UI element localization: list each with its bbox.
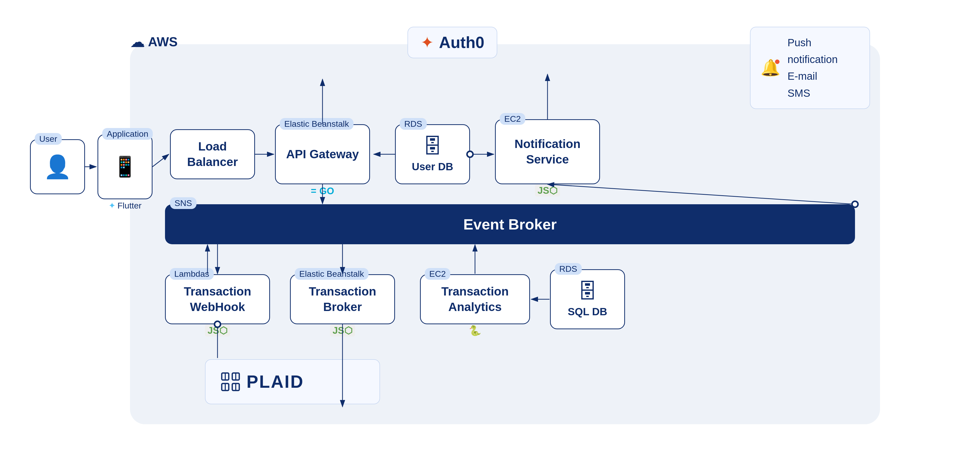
webhook-title: Transaction WebHook [173,284,262,315]
notification-service-title: Notification Service [503,136,592,167]
notification-text: Push notification E-mail SMS [788,34,859,102]
broker-tag: Elastic Beanstalk [295,268,369,280]
application-tag: Application [102,128,153,140]
transaction-webhook-node: Lambdas Transaction WebHook JS⬡ [165,274,270,324]
broker-title: Transaction Broker [298,284,387,315]
user-node: User 👤 [30,139,85,194]
aws-label: AWS [148,34,178,49]
notif-email: E-mail [788,68,859,84]
analytics-title: Transaction Analytics [428,284,522,315]
auth0-icon: ✦ [420,33,434,52]
flutter-text: Flutter [118,201,142,210]
event-broker-bar: SNS Event Broker [165,204,855,244]
user-icon: 👤 [43,154,72,180]
phone-icon: 📱 [113,155,137,178]
notif-push: Push notification [788,34,859,68]
plaid-box: PLAID [205,359,380,404]
transaction-analytics-node: EC2 Transaction Analytics 🐍 [420,274,530,324]
plaid-icon [221,372,240,392]
flutter-label: ✦ Flutter [108,201,142,210]
nodejs-label-wh: JS⬡ [205,325,230,336]
sql-db-tag: RDS [555,263,582,275]
db-icon: 🗄 [423,135,442,158]
sql-db-icon: 🗄 [578,280,598,303]
notification-dot [775,59,780,64]
python-label: 🐍 [469,325,481,336]
application-node: Application 📱 ✦ Flutter [97,134,153,199]
event-broker-tag: SNS [170,197,197,209]
notification-service-node: EC2 Notification Service JS⬡ [495,119,600,184]
analytics-tag: EC2 [425,268,450,280]
user-tag: User [35,133,62,145]
cloud-icon: ☁ [130,33,145,51]
bell-icon-wrapper: 🔔 [760,59,781,77]
auth0-box: ✦ Auth0 [407,27,497,58]
user-db-node: RDS 🗄 User DB [395,124,470,184]
user-db-title: User DB [412,160,453,174]
api-gateway-node: Elastic Beanstalk API Gateway =GO [275,124,370,184]
load-balancer-node: Load Balancer [170,129,255,179]
api-gateway-title: API Gateway [286,146,359,162]
nodejs-label-ns: JS⬡ [535,185,560,196]
nodejs-label-tb: JS⬡ [330,325,355,336]
load-balancer-title: Load Balancer [178,139,247,170]
sql-db-node: RDS 🗄 SQL DB [550,269,625,329]
api-gateway-tag: Elastic Beanstalk [280,118,353,130]
diagram-container: ☁ AWS 🔔 Push notification E-mail SMS ✦ A… [25,19,955,457]
webhook-tag: Lambdas [170,268,214,280]
auth0-label: Auth0 [439,33,484,52]
aws-cloud-label: ☁ AWS [130,33,178,51]
transaction-broker-node: Elastic Beanstalk Transaction Broker JS⬡ [290,274,395,324]
notification-service-tag: EC2 [500,113,525,125]
plaid-text: PLAID [247,372,304,392]
user-db-tag: RDS [400,118,427,130]
sql-db-title: SQL DB [568,305,607,319]
go-label: =GO [311,186,334,196]
notif-sms: SMS [788,85,859,102]
notification-box: 🔔 Push notification E-mail SMS [750,27,870,109]
event-broker-title: Event Broker [463,216,557,233]
